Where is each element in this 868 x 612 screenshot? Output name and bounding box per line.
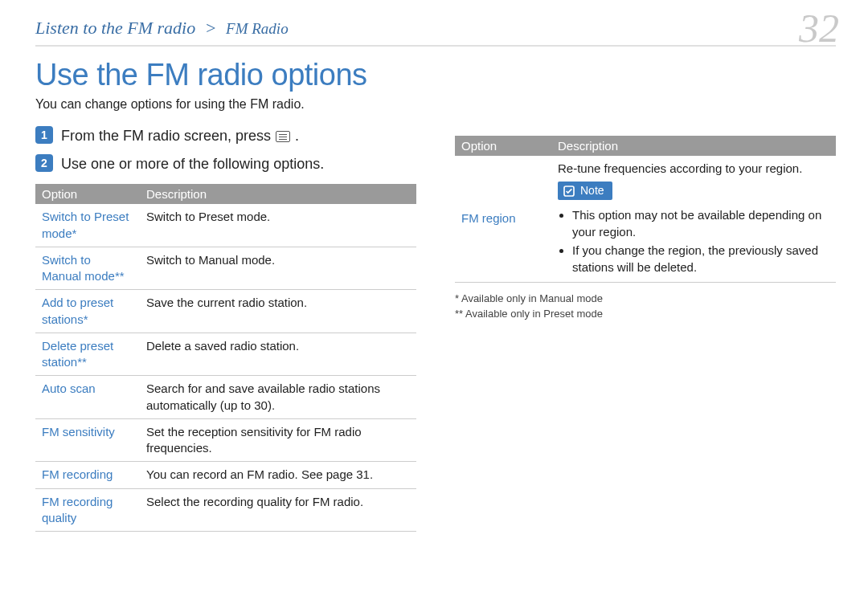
options-table-right: Option Description FM region Re-tune fre…: [455, 136, 836, 283]
content-columns: 1 From the FM radio screen, press . 2 Us…: [35, 126, 836, 532]
breadcrumb-tail: FM Radio: [226, 20, 289, 37]
step-2: 2 Use one or more of the following optio…: [35, 154, 416, 174]
step-number-badge: 2: [35, 154, 53, 172]
breadcrumb: Listen to the FM radio > FM Radio: [35, 18, 289, 39]
option-label: FM recording: [35, 462, 140, 488]
table-row: Delete preset station**Delete a saved ra…: [35, 333, 416, 376]
option-label: Add to preset stations*: [35, 290, 140, 333]
menu-icon: [276, 131, 290, 142]
breadcrumb-main: Listen to the FM radio: [35, 18, 195, 38]
step-text-pre: From the FM radio screen, press: [61, 126, 271, 146]
note-item: This option may not be available dependi…: [572, 206, 829, 240]
col-header-option: Option: [35, 184, 140, 204]
left-column: 1 From the FM radio screen, press . 2 Us…: [35, 126, 416, 532]
page-title: Use the FM radio options: [35, 58, 836, 92]
step-number-badge: 1: [35, 126, 53, 144]
note-badge: Note: [558, 182, 612, 200]
option-desc: Delete a saved radio station.: [140, 333, 416, 376]
step-text: From the FM radio screen, press .: [61, 126, 299, 146]
table-row: Add to preset stations*Save the current …: [35, 290, 416, 333]
option-desc-cell: Re-tune frequencies according to your re…: [551, 156, 836, 282]
table-row: FM region Re-tune frequencies according …: [455, 156, 836, 282]
step-text: Use one or more of the following options…: [61, 154, 324, 174]
right-column: Option Description FM region Re-tune fre…: [455, 126, 836, 532]
note-list: This option may not be available dependi…: [561, 206, 829, 275]
step-text-post: .: [295, 126, 299, 146]
manual-page: 32 Listen to the FM radio > FM Radio Use…: [0, 0, 868, 612]
option-label: FM sensitivity: [35, 418, 140, 462]
option-label: Auto scan: [35, 376, 140, 419]
table-row: FM recordingYou can record an FM radio. …: [35, 462, 416, 488]
option-desc: Switch to Preset mode.: [140, 204, 416, 247]
option-desc: Set the reception sensitivity for FM rad…: [140, 418, 416, 462]
option-label: FM region: [455, 156, 551, 282]
footnote-b: ** Available only in Preset mode: [455, 306, 836, 322]
option-label: Switch to Manual mode**: [35, 247, 140, 290]
option-label: Delete preset station**: [35, 333, 140, 376]
option-desc: Switch to Manual mode.: [140, 247, 416, 290]
option-desc: Select the recording quality for FM radi…: [140, 488, 416, 532]
note-item: If you change the region, the previously…: [572, 242, 829, 275]
col-header-description: Description: [551, 136, 836, 156]
table-row: Switch to Preset mode*Switch to Preset m…: [35, 204, 416, 247]
step-1: 1 From the FM radio screen, press .: [35, 126, 416, 146]
option-desc: You can record an FM radio. See page 31.: [140, 462, 416, 488]
footnote-a: * Available only in Manual mode: [455, 291, 836, 307]
table-row: FM sensitivitySet the reception sensitiv…: [35, 418, 416, 462]
option-desc-main: Re-tune frequencies according to your re…: [558, 161, 829, 177]
option-desc: Search for and save available radio stat…: [140, 376, 416, 419]
col-header-description: Description: [140, 184, 416, 204]
header-divider: [35, 45, 836, 47]
page-number: 32: [799, 5, 839, 51]
table-row: FM recording qualitySelect the recording…: [35, 488, 416, 532]
option-label: Switch to Preset mode*: [35, 204, 140, 247]
check-square-icon: [563, 185, 575, 198]
note-label: Note: [580, 183, 604, 198]
option-desc: Save the current radio station.: [140, 290, 416, 333]
options-table-left: Option Description Switch to Preset mode…: [35, 184, 416, 532]
col-header-option: Option: [455, 136, 551, 156]
table-row: Switch to Manual mode**Switch to Manual …: [35, 247, 416, 290]
table-row: Auto scanSearch for and save available r…: [35, 376, 416, 419]
breadcrumb-separator: >: [205, 18, 217, 38]
intro-text: You can change options for using the FM …: [35, 97, 836, 112]
note-box: Note This option may not be available de…: [558, 182, 829, 275]
option-label: FM recording quality: [35, 488, 140, 532]
footnotes: * Available only in Manual mode ** Avail…: [455, 291, 836, 322]
